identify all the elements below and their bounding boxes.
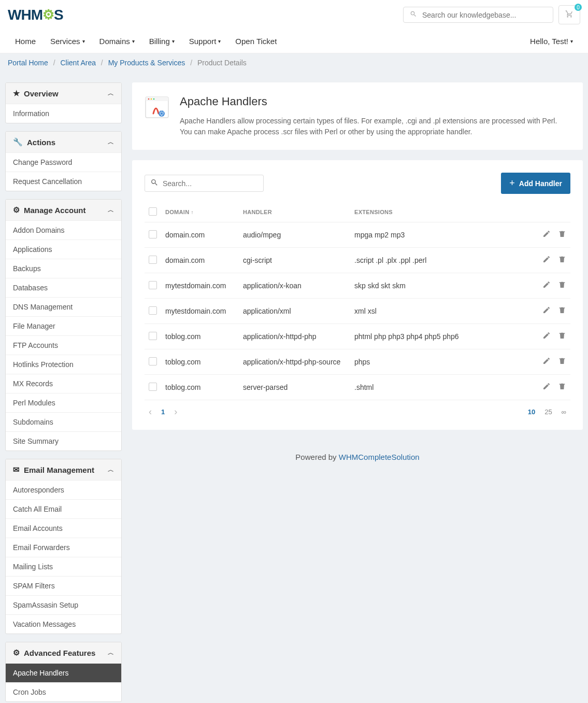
sidebar-item[interactable]: Change Password xyxy=(6,152,121,172)
edit-button[interactable] xyxy=(542,280,551,291)
page-size-option[interactable]: 25 xyxy=(544,408,552,416)
sidebar-item[interactable]: Databases xyxy=(6,278,121,297)
nav-billing[interactable]: Billing▾ xyxy=(142,30,182,53)
nav-domains-label: Domains xyxy=(99,37,130,46)
nav-support[interactable]: Support▾ xyxy=(182,30,228,53)
cell-handler: application/x-httpd-php-source xyxy=(239,349,350,375)
sidebar-item[interactable]: Applications xyxy=(6,240,121,259)
edit-button[interactable] xyxy=(542,255,551,265)
nav-services-label: Services xyxy=(50,37,80,46)
sidebar-item[interactable]: Vacation Messages xyxy=(6,614,121,634)
delete-button[interactable] xyxy=(558,280,566,291)
nav-home[interactable]: Home xyxy=(8,30,43,53)
sidebar-item[interactable]: SPAM Filters xyxy=(6,576,121,595)
breadcrumb-my-products[interactable]: My Products & Services xyxy=(108,59,185,67)
chevron-up-icon: ︿ xyxy=(108,466,114,474)
nav-user-menu[interactable]: Hello, Test!▾ xyxy=(523,30,580,53)
column-domain[interactable]: DOMAIN xyxy=(165,209,189,215)
plus-icon: + xyxy=(509,178,515,189)
row-checkbox[interactable] xyxy=(149,306,157,315)
row-checkbox[interactable] xyxy=(149,357,157,365)
sidebar-item[interactable]: Site Summary xyxy=(6,431,121,451)
edit-button[interactable] xyxy=(542,230,551,240)
prev-page-button[interactable]: ‹ xyxy=(149,406,152,417)
knowledgebase-search[interactable] xyxy=(403,7,553,23)
table-row: mytestdomain.comapplication/x-koanskp sk… xyxy=(145,273,570,299)
sidebar-item[interactable]: Mailing Lists xyxy=(6,557,121,576)
nav-open-ticket-label: Open Ticket xyxy=(235,37,277,46)
cell-handler: application/xml xyxy=(239,299,350,324)
sidebar-item[interactable]: Cron Jobs xyxy=(6,682,121,701)
sidebar-item[interactable]: Hotlinks Protection xyxy=(6,355,121,374)
edit-button[interactable] xyxy=(542,382,551,392)
page-size-option[interactable]: ∞ xyxy=(562,408,566,416)
cell-extensions: mpga mp2 mp3 xyxy=(350,222,529,248)
sidebar-item[interactable]: Email Accounts xyxy=(6,518,121,538)
sidebar-item[interactable]: DNS Management xyxy=(6,297,121,316)
star-icon: ★ xyxy=(13,89,20,98)
sidebar-item[interactable]: Perl Modules xyxy=(6,393,121,412)
panel-header-actions[interactable]: 🔧Actions ︿ xyxy=(6,132,121,152)
next-page-button[interactable]: › xyxy=(174,406,177,417)
table-search[interactable] xyxy=(145,175,264,192)
row-checkbox[interactable] xyxy=(149,256,157,264)
table-row: domain.comaudio/mpegmpga mp2 mp3 xyxy=(145,222,570,248)
edit-button[interactable] xyxy=(542,306,551,316)
sidebar-item[interactable]: Information xyxy=(6,104,121,123)
sidebar-item[interactable]: FTP Accounts xyxy=(6,335,121,355)
wrench-icon: 🔧 xyxy=(13,137,23,147)
page-size-option[interactable]: 10 xyxy=(528,408,535,416)
breadcrumb-client-area[interactable]: Client Area xyxy=(60,59,95,67)
sidebar-item[interactable]: Subdomains xyxy=(6,412,121,431)
cell-extensions: phps xyxy=(350,349,529,375)
sidebar-item[interactable]: Autoresponders xyxy=(6,480,121,499)
logo[interactable]: WHM⚙S xyxy=(8,7,63,23)
cart-button[interactable]: 0 xyxy=(558,5,580,24)
edit-button[interactable] xyxy=(542,357,551,367)
table-search-input[interactable] xyxy=(163,179,258,188)
breadcrumb: Portal Home / Client Area / My Products … xyxy=(0,53,588,72)
sidebar-item[interactable]: Backups xyxy=(6,259,121,278)
footer: Powered by WHMCompleteSolution xyxy=(132,440,583,474)
cart-badge: 0 xyxy=(575,4,582,11)
column-handler[interactable]: HANDLER xyxy=(243,209,272,215)
row-checkbox[interactable] xyxy=(149,230,157,238)
sort-asc-icon: ↑ xyxy=(191,209,193,215)
caret-down-icon: ▾ xyxy=(132,38,135,44)
page-number[interactable]: 1 xyxy=(161,408,165,416)
sidebar-item[interactable]: MX Records xyxy=(6,374,121,393)
row-checkbox[interactable] xyxy=(149,332,157,340)
footer-link[interactable]: WHMCompleteSolution xyxy=(339,453,420,461)
panel-header-email[interactable]: ✉Email Management ︿ xyxy=(6,459,121,480)
delete-button[interactable] xyxy=(558,357,566,367)
delete-button[interactable] xyxy=(558,230,566,240)
delete-button[interactable] xyxy=(558,306,566,316)
sidebar-item[interactable]: Apache Handlers xyxy=(6,663,121,682)
delete-button[interactable] xyxy=(558,255,566,265)
nav-services[interactable]: Services▾ xyxy=(43,30,92,53)
sidebar-item[interactable]: SpamAssasin Setup xyxy=(6,595,121,614)
add-handler-button[interactable]: + Add Handler xyxy=(501,173,570,194)
row-checkbox[interactable] xyxy=(149,383,157,391)
sidebar-item[interactable]: Request Cancellation xyxy=(6,172,121,191)
delete-button[interactable] xyxy=(558,382,566,392)
delete-button[interactable] xyxy=(558,331,566,342)
breadcrumb-portal-home[interactable]: Portal Home xyxy=(8,59,48,67)
panel-header-overview[interactable]: ★Overview ︿ xyxy=(6,83,121,104)
sidebar-item[interactable]: Catch All Email xyxy=(6,499,121,518)
select-all-checkbox[interactable] xyxy=(149,207,157,216)
panel-header-advanced[interactable]: ⚙Advanced Features ︿ xyxy=(6,642,121,663)
edit-button[interactable] xyxy=(542,331,551,342)
panel-header-manage[interactable]: ⚙Manage Account ︿ xyxy=(6,200,121,220)
knowledgebase-search-input[interactable] xyxy=(422,11,547,19)
nav-domains[interactable]: Domains▾ xyxy=(92,30,142,53)
panel-overview: ★Overview ︿ Information xyxy=(5,82,122,123)
sidebar-item[interactable]: Email Forwarders xyxy=(6,538,121,557)
nav-open-ticket[interactable]: Open Ticket xyxy=(228,30,284,53)
column-extensions[interactable]: EXTENSIONS xyxy=(354,209,393,215)
sidebar-item[interactable]: File Manager xyxy=(6,316,121,335)
envelope-icon: ✉ xyxy=(13,465,20,474)
row-checkbox[interactable] xyxy=(149,281,157,289)
sidebar-item[interactable]: Addon Domains xyxy=(6,220,121,240)
panel-manage-account: ⚙Manage Account ︿ Addon DomainsApplicati… xyxy=(5,199,122,451)
